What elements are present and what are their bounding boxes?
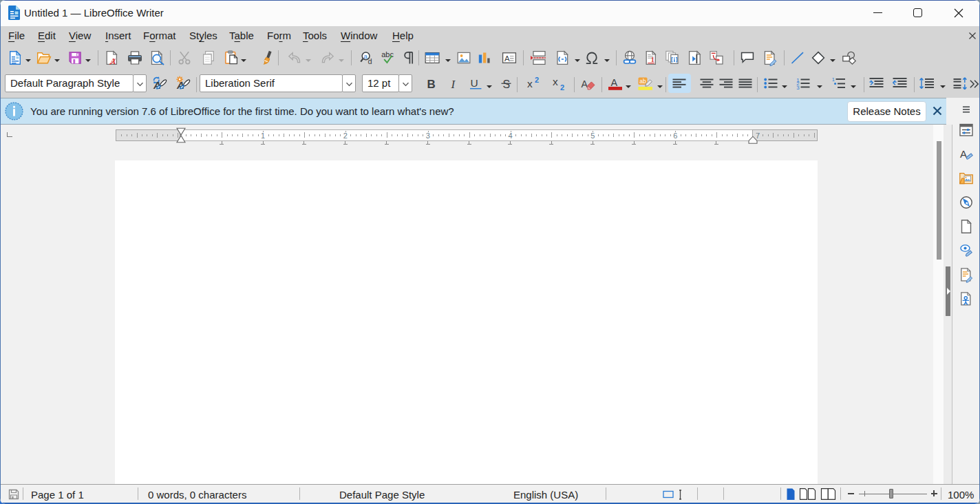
svg-text:1: 1 xyxy=(832,76,835,83)
svg-text:1: 1 xyxy=(651,56,654,63)
svg-text:2: 2 xyxy=(535,76,539,84)
svg-text:x: x xyxy=(527,78,533,90)
svg-text:S: S xyxy=(503,78,511,90)
svg-text:U: U xyxy=(471,77,478,89)
svg-text:A: A xyxy=(504,54,510,63)
svg-text:x: x xyxy=(553,76,558,87)
svg-text:A: A xyxy=(582,78,588,90)
svg-text:ab: ab xyxy=(639,78,646,85)
svg-text:A: A xyxy=(611,77,618,88)
svg-text:d: d xyxy=(368,57,372,65)
svg-text:A: A xyxy=(960,148,967,160)
svg-text:B: B xyxy=(427,78,436,91)
svg-text:I: I xyxy=(451,78,456,91)
svg-text:abc: abc xyxy=(381,50,394,59)
svg-text:3: 3 xyxy=(796,85,800,91)
svg-text:2: 2 xyxy=(560,83,564,92)
svg-text:A: A xyxy=(109,56,116,66)
